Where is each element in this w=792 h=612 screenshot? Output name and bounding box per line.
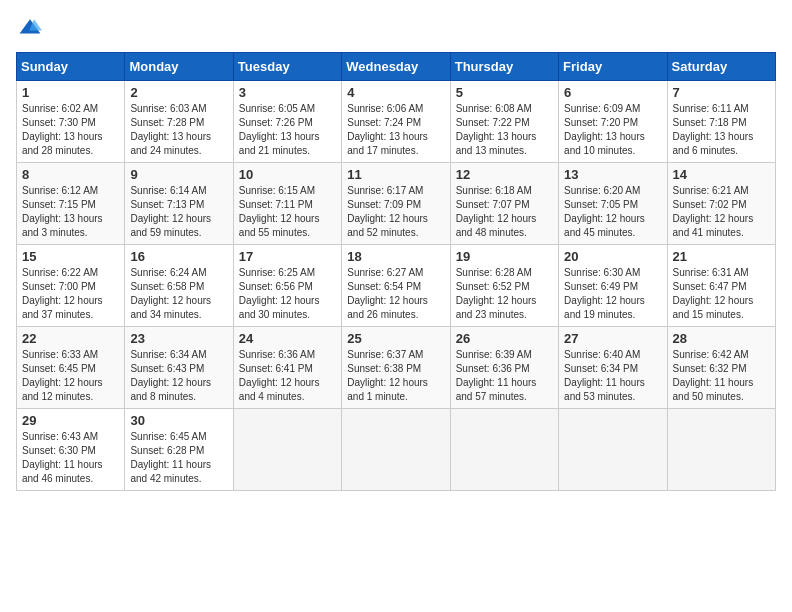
calendar-week-row: 22Sunrise: 6:33 AMSunset: 6:45 PMDayligh…: [17, 327, 776, 409]
day-number: 29: [22, 413, 119, 428]
calendar-table: SundayMondayTuesdayWednesdayThursdayFrid…: [16, 52, 776, 491]
day-content: Sunrise: 6:20 AMSunset: 7:05 PMDaylight:…: [564, 184, 661, 240]
calendar-cell: 25Sunrise: 6:37 AMSunset: 6:38 PMDayligh…: [342, 327, 450, 409]
day-content: Sunrise: 6:42 AMSunset: 6:32 PMDaylight:…: [673, 348, 770, 404]
day-number: 2: [130, 85, 227, 100]
calendar-cell: 29Sunrise: 6:43 AMSunset: 6:30 PMDayligh…: [17, 409, 125, 491]
day-content: Sunrise: 6:39 AMSunset: 6:36 PMDaylight:…: [456, 348, 553, 404]
day-content: Sunrise: 6:03 AMSunset: 7:28 PMDaylight:…: [130, 102, 227, 158]
weekday-header-saturday: Saturday: [667, 53, 775, 81]
calendar-week-row: 15Sunrise: 6:22 AMSunset: 7:00 PMDayligh…: [17, 245, 776, 327]
day-content: Sunrise: 6:06 AMSunset: 7:24 PMDaylight:…: [347, 102, 444, 158]
calendar-cell: 8Sunrise: 6:12 AMSunset: 7:15 PMDaylight…: [17, 163, 125, 245]
day-number: 1: [22, 85, 119, 100]
calendar-cell: 26Sunrise: 6:39 AMSunset: 6:36 PMDayligh…: [450, 327, 558, 409]
weekday-header-sunday: Sunday: [17, 53, 125, 81]
day-content: Sunrise: 6:36 AMSunset: 6:41 PMDaylight:…: [239, 348, 336, 404]
day-number: 30: [130, 413, 227, 428]
calendar-cell: 18Sunrise: 6:27 AMSunset: 6:54 PMDayligh…: [342, 245, 450, 327]
calendar-cell: 19Sunrise: 6:28 AMSunset: 6:52 PMDayligh…: [450, 245, 558, 327]
calendar-cell: 6Sunrise: 6:09 AMSunset: 7:20 PMDaylight…: [559, 81, 667, 163]
day-content: Sunrise: 6:09 AMSunset: 7:20 PMDaylight:…: [564, 102, 661, 158]
calendar-cell: [233, 409, 341, 491]
page-header: [16, 16, 776, 40]
weekday-header-thursday: Thursday: [450, 53, 558, 81]
calendar-cell: 7Sunrise: 6:11 AMSunset: 7:18 PMDaylight…: [667, 81, 775, 163]
calendar-cell: 24Sunrise: 6:36 AMSunset: 6:41 PMDayligh…: [233, 327, 341, 409]
calendar-cell: 3Sunrise: 6:05 AMSunset: 7:26 PMDaylight…: [233, 81, 341, 163]
day-number: 17: [239, 249, 336, 264]
calendar-cell: 17Sunrise: 6:25 AMSunset: 6:56 PMDayligh…: [233, 245, 341, 327]
day-content: Sunrise: 6:43 AMSunset: 6:30 PMDaylight:…: [22, 430, 119, 486]
weekday-header-tuesday: Tuesday: [233, 53, 341, 81]
day-content: Sunrise: 6:25 AMSunset: 6:56 PMDaylight:…: [239, 266, 336, 322]
day-content: Sunrise: 6:34 AMSunset: 6:43 PMDaylight:…: [130, 348, 227, 404]
calendar-cell: [667, 409, 775, 491]
calendar-week-row: 29Sunrise: 6:43 AMSunset: 6:30 PMDayligh…: [17, 409, 776, 491]
day-content: Sunrise: 6:18 AMSunset: 7:07 PMDaylight:…: [456, 184, 553, 240]
calendar-cell: [342, 409, 450, 491]
day-number: 22: [22, 331, 119, 346]
day-number: 11: [347, 167, 444, 182]
day-content: Sunrise: 6:14 AMSunset: 7:13 PMDaylight:…: [130, 184, 227, 240]
calendar-cell: 9Sunrise: 6:14 AMSunset: 7:13 PMDaylight…: [125, 163, 233, 245]
day-number: 16: [130, 249, 227, 264]
calendar-cell: 16Sunrise: 6:24 AMSunset: 6:58 PMDayligh…: [125, 245, 233, 327]
calendar-cell: 14Sunrise: 6:21 AMSunset: 7:02 PMDayligh…: [667, 163, 775, 245]
day-content: Sunrise: 6:33 AMSunset: 6:45 PMDaylight:…: [22, 348, 119, 404]
day-number: 12: [456, 167, 553, 182]
calendar-cell: 2Sunrise: 6:03 AMSunset: 7:28 PMDaylight…: [125, 81, 233, 163]
calendar-cell: 22Sunrise: 6:33 AMSunset: 6:45 PMDayligh…: [17, 327, 125, 409]
day-content: Sunrise: 6:24 AMSunset: 6:58 PMDaylight:…: [130, 266, 227, 322]
day-number: 21: [673, 249, 770, 264]
day-number: 4: [347, 85, 444, 100]
calendar-cell: 28Sunrise: 6:42 AMSunset: 6:32 PMDayligh…: [667, 327, 775, 409]
day-number: 23: [130, 331, 227, 346]
day-number: 27: [564, 331, 661, 346]
day-number: 28: [673, 331, 770, 346]
day-number: 5: [456, 85, 553, 100]
weekday-header-friday: Friday: [559, 53, 667, 81]
calendar-cell: [450, 409, 558, 491]
calendar-week-row: 8Sunrise: 6:12 AMSunset: 7:15 PMDaylight…: [17, 163, 776, 245]
day-number: 20: [564, 249, 661, 264]
day-content: Sunrise: 6:40 AMSunset: 6:34 PMDaylight:…: [564, 348, 661, 404]
day-content: Sunrise: 6:30 AMSunset: 6:49 PMDaylight:…: [564, 266, 661, 322]
weekday-header-monday: Monday: [125, 53, 233, 81]
day-number: 14: [673, 167, 770, 182]
calendar-cell: 21Sunrise: 6:31 AMSunset: 6:47 PMDayligh…: [667, 245, 775, 327]
day-content: Sunrise: 6:12 AMSunset: 7:15 PMDaylight:…: [22, 184, 119, 240]
day-content: Sunrise: 6:27 AMSunset: 6:54 PMDaylight:…: [347, 266, 444, 322]
day-content: Sunrise: 6:21 AMSunset: 7:02 PMDaylight:…: [673, 184, 770, 240]
calendar-cell: 23Sunrise: 6:34 AMSunset: 6:43 PMDayligh…: [125, 327, 233, 409]
day-number: 9: [130, 167, 227, 182]
calendar-cell: 12Sunrise: 6:18 AMSunset: 7:07 PMDayligh…: [450, 163, 558, 245]
day-content: Sunrise: 6:15 AMSunset: 7:11 PMDaylight:…: [239, 184, 336, 240]
day-content: Sunrise: 6:02 AMSunset: 7:30 PMDaylight:…: [22, 102, 119, 158]
day-content: Sunrise: 6:28 AMSunset: 6:52 PMDaylight:…: [456, 266, 553, 322]
calendar-cell: 1Sunrise: 6:02 AMSunset: 7:30 PMDaylight…: [17, 81, 125, 163]
calendar-cell: [559, 409, 667, 491]
day-number: 26: [456, 331, 553, 346]
calendar-cell: 27Sunrise: 6:40 AMSunset: 6:34 PMDayligh…: [559, 327, 667, 409]
day-content: Sunrise: 6:22 AMSunset: 7:00 PMDaylight:…: [22, 266, 119, 322]
day-number: 6: [564, 85, 661, 100]
calendar-cell: 13Sunrise: 6:20 AMSunset: 7:05 PMDayligh…: [559, 163, 667, 245]
day-number: 10: [239, 167, 336, 182]
day-content: Sunrise: 6:37 AMSunset: 6:38 PMDaylight:…: [347, 348, 444, 404]
day-number: 24: [239, 331, 336, 346]
day-number: 13: [564, 167, 661, 182]
calendar-cell: 5Sunrise: 6:08 AMSunset: 7:22 PMDaylight…: [450, 81, 558, 163]
calendar-cell: 30Sunrise: 6:45 AMSunset: 6:28 PMDayligh…: [125, 409, 233, 491]
calendar-week-row: 1Sunrise: 6:02 AMSunset: 7:30 PMDaylight…: [17, 81, 776, 163]
day-number: 25: [347, 331, 444, 346]
day-number: 3: [239, 85, 336, 100]
calendar-cell: 4Sunrise: 6:06 AMSunset: 7:24 PMDaylight…: [342, 81, 450, 163]
day-number: 7: [673, 85, 770, 100]
weekday-header-wednesday: Wednesday: [342, 53, 450, 81]
logo-icon: [18, 16, 42, 40]
day-content: Sunrise: 6:45 AMSunset: 6:28 PMDaylight:…: [130, 430, 227, 486]
day-number: 15: [22, 249, 119, 264]
day-number: 19: [456, 249, 553, 264]
day-number: 18: [347, 249, 444, 264]
